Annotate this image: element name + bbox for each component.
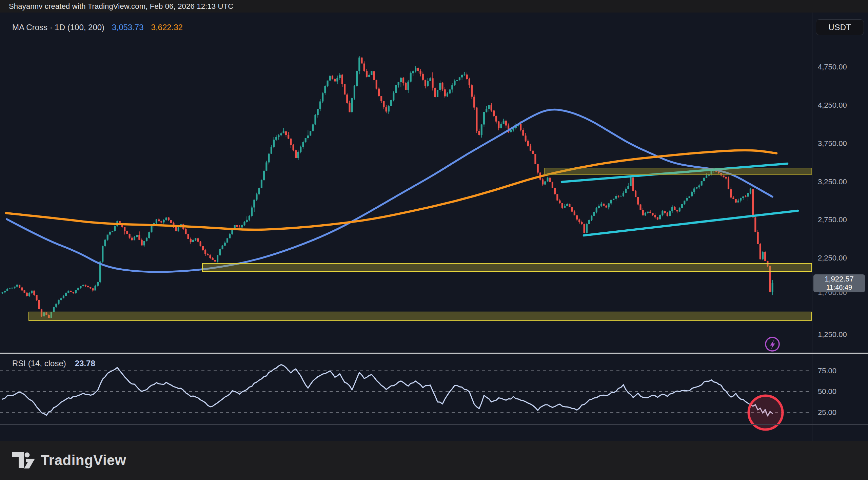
rsi-bottom-border bbox=[0, 424, 868, 425]
trendline-lower[interactable] bbox=[584, 211, 798, 235]
pane-divider[interactable] bbox=[0, 353, 868, 354]
tradingview-logo-text: TradingView bbox=[41, 452, 126, 468]
main-pane bbox=[2, 56, 812, 320]
ma100-line[interactable] bbox=[7, 109, 772, 272]
attribution-bar: Shayannv created with TradingView.com, F… bbox=[0, 0, 868, 13]
price-tick-label: 3,250.00 bbox=[818, 178, 847, 186]
price-tick-label: 4,250.00 bbox=[818, 101, 847, 110]
last-price-badge: 1,922.57 11:46:49 bbox=[813, 274, 865, 292]
chart-graphics bbox=[0, 13, 868, 441]
price-tick-label: 2,750.00 bbox=[818, 215, 847, 224]
indicator-legend: MA Cross · 1D (100, 200) 3,053.73 3,622.… bbox=[12, 23, 183, 32]
tradingview-screenshot: { "topbar": { "attribution": "Shayannv c… bbox=[0, 0, 868, 480]
candles-up bbox=[2, 56, 773, 318]
ma200-value: 3,622.32 bbox=[151, 23, 183, 32]
rsi-tick-label: 75.00 bbox=[818, 367, 836, 375]
tradingview-logo-mark-icon bbox=[12, 452, 35, 469]
rsi-title: RSI (14, close) bbox=[12, 359, 66, 368]
sr-zone-0[interactable] bbox=[545, 168, 812, 174]
chart-canvas[interactable]: MA Cross · 1D (100, 200) 3,053.73 3,622.… bbox=[0, 13, 868, 441]
price-tick-label: 3,750.00 bbox=[818, 139, 847, 148]
candles-down bbox=[19, 58, 771, 318]
rsi-tick-label: 25.00 bbox=[818, 408, 836, 417]
attribution-text: Shayannv created with TradingView.com, F… bbox=[9, 2, 233, 11]
sr-zone-2[interactable] bbox=[29, 312, 812, 320]
quote-currency-badge: USDT bbox=[816, 19, 864, 35]
indicator-title: MA Cross · 1D (100, 200) bbox=[12, 23, 104, 32]
price-tick-label: 1,250.00 bbox=[818, 330, 847, 339]
sr-zone-1[interactable] bbox=[202, 264, 812, 272]
footer-bar: TradingView bbox=[0, 441, 868, 480]
rsi-tick-label: 50.00 bbox=[818, 387, 836, 396]
rsi-pane bbox=[0, 364, 812, 416]
tradingview-logo: TradingView bbox=[12, 452, 126, 469]
ma100-value: 3,053.73 bbox=[112, 23, 143, 32]
price-tick-label: 4,750.00 bbox=[818, 63, 847, 71]
bar-countdown: 11:46:49 bbox=[826, 283, 852, 292]
rsi-legend: RSI (14, close) 23.78 bbox=[12, 359, 95, 368]
price-tick-label: 2,250.00 bbox=[818, 254, 847, 263]
rsi-value: 23.78 bbox=[75, 359, 95, 368]
price-axis-border bbox=[812, 13, 812, 441]
price-scale[interactable]: USDT 1,700.00 1,922.57 11:46:49 4,750.00… bbox=[812, 13, 868, 441]
rsi-line bbox=[2, 364, 772, 416]
lightning-icon bbox=[766, 337, 779, 351]
last-price: 1,922.57 bbox=[825, 275, 854, 283]
